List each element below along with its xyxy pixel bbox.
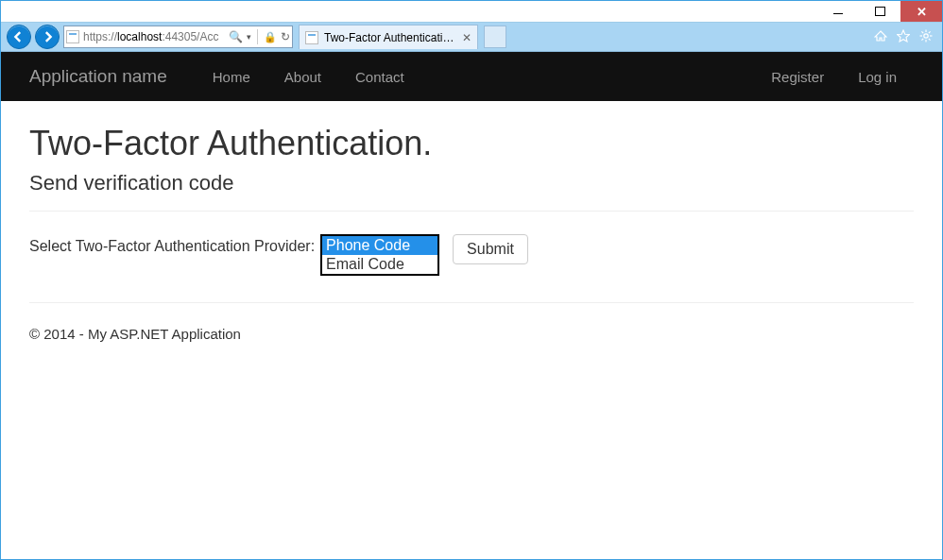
back-button[interactable]: [7, 25, 31, 49]
search-icon[interactable]: 🔍: [229, 30, 243, 43]
provider-option-email[interactable]: Email Code: [322, 255, 437, 274]
address-bar-controls: 🔍 ▾ 🔒 ↻: [229, 29, 290, 44]
main-content: Two-Factor Authentication. Send verifica…: [12, 101, 931, 342]
divider: [29, 211, 914, 212]
window-minimize-button[interactable]: [817, 1, 859, 22]
svg-line-7: [929, 31, 931, 33]
home-icon[interactable]: [874, 29, 887, 45]
browser-toolbar: https://localhost:44305/Acc 🔍 ▾ 🔒 ↻ Two-…: [1, 22, 942, 52]
window-maximize-button[interactable]: [859, 1, 900, 22]
nav-links-left: Home About Contact: [196, 55, 421, 99]
page-subtitle: Send verification code: [29, 171, 914, 195]
tab-close-icon[interactable]: ✕: [462, 31, 472, 44]
dropdown-icon[interactable]: ▾: [247, 32, 251, 42]
nav-link-register[interactable]: Register: [754, 55, 841, 99]
svg-point-0: [924, 33, 928, 37]
arrow-right-icon: [42, 31, 53, 42]
address-bar[interactable]: https://localhost:44305/Acc 🔍 ▾ 🔒 ↻: [63, 25, 293, 48]
window-titlebar: ✕: [1, 1, 942, 22]
url-text: https://localhost:44305/Acc: [83, 30, 225, 43]
page-title: Two-Factor Authentication.: [29, 124, 914, 163]
browser-right-icons: [874, 29, 936, 45]
new-tab-button[interactable]: [484, 25, 506, 48]
browser-tab[interactable]: Two-Factor Authentication ... ✕: [299, 25, 478, 49]
nav-link-home[interactable]: Home: [196, 55, 267, 99]
divider: [29, 302, 914, 303]
nav-links-right: Register Log in: [754, 55, 914, 99]
nav-link-about[interactable]: About: [267, 55, 338, 99]
refresh-icon[interactable]: ↻: [281, 30, 290, 43]
nav-link-contact[interactable]: Contact: [338, 55, 421, 99]
gear-icon[interactable]: [919, 29, 933, 45]
submit-button[interactable]: Submit: [453, 234, 528, 264]
lock-icon: 🔒: [264, 31, 277, 43]
arrow-left-icon: [13, 31, 25, 42]
window-close-button[interactable]: ✕: [900, 1, 942, 22]
provider-option-phone[interactable]: Phone Code: [322, 236, 437, 255]
footer-text: © 2014 - My ASP.NET Application: [29, 326, 914, 342]
page-icon: [66, 30, 79, 43]
page-icon: [305, 31, 318, 44]
svg-line-5: [921, 31, 923, 33]
svg-line-6: [929, 38, 931, 40]
app-navbar: Application name Home About Contact Regi…: [1, 52, 942, 101]
svg-line-8: [921, 38, 923, 40]
page-viewport: Application name Home About Contact Regi…: [1, 52, 942, 559]
forward-button[interactable]: [35, 25, 60, 49]
nav-link-login[interactable]: Log in: [841, 55, 914, 99]
provider-select[interactable]: Phone Code Email Code: [320, 234, 439, 276]
favorites-icon[interactable]: [897, 29, 910, 45]
provider-label: Select Two-Factor Authentication Provide…: [29, 234, 315, 255]
provider-form-row: Select Two-Factor Authentication Provide…: [29, 234, 914, 276]
browser-window: ✕ https://localhost:44305/Acc 🔍 ▾ 🔒 ↻ Tw…: [0, 0, 943, 560]
tab-title: Two-Factor Authentication ...: [324, 31, 456, 44]
app-brand[interactable]: Application name: [29, 66, 167, 87]
